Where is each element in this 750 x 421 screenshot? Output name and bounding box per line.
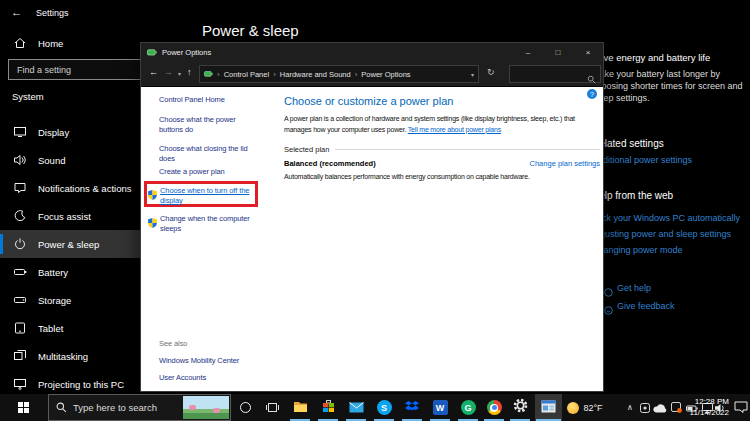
see-also-label: See also — [159, 339, 259, 349]
windows-mobility-center-link[interactable]: Windows Mobility Center — [159, 356, 259, 366]
chrome-icon — [487, 400, 502, 415]
additional-power-settings-link[interactable]: Additional power settings — [592, 155, 748, 165]
task-power-buttons-link[interactable]: Choose what the power buttons do — [159, 115, 259, 134]
dropbox-button[interactable] — [400, 394, 424, 421]
moon-icon — [12, 209, 28, 223]
windows-logo-icon — [18, 402, 29, 413]
get-help-link[interactable]: Get help — [617, 283, 750, 293]
cortana-button[interactable] — [233, 394, 257, 421]
control-panel-home-link[interactable]: Control Panel Home — [159, 95, 259, 105]
help-icon[interactable]: ? — [587, 89, 597, 99]
sidebar-item-label: Power & sleep — [38, 239, 99, 250]
task-turn-off-display-link[interactable]: Choose when to turn off the display — [160, 186, 258, 205]
taskbar-clock[interactable]: 12:28 PM 11/14/2022 — [690, 396, 729, 418]
power-options-window: Power Options – □ × ← → ▾ ↑ › Control Pa… — [140, 42, 604, 392]
help-link-changing-mode[interactable]: Changing power mode — [592, 245, 748, 255]
window-content: ? Control Panel Home Choose what the pow… — [141, 87, 603, 391]
skype-icon: S — [377, 400, 392, 415]
microsoft-store-icon — [322, 399, 335, 417]
multitasking-icon — [12, 349, 28, 363]
breadcrumb-power-options[interactable]: Power Options — [361, 70, 410, 79]
breadcrumb-separator: › — [217, 70, 220, 79]
chevron-up-icon: ∧ — [627, 403, 633, 412]
sidebar-item-label: Storage — [38, 295, 71, 306]
close-button[interactable]: × — [573, 43, 603, 61]
file-explorer-button[interactable] — [288, 394, 312, 421]
navigation-bar: ← → ▾ ↑ › Control Panel › Hardware and S… — [141, 61, 603, 87]
nav-forward-button[interactable]: → — [164, 67, 173, 77]
give-feedback-link[interactable]: Give feedback — [617, 301, 750, 311]
sidebar-item-label: Battery — [38, 267, 68, 278]
selected-plan-section: Selected plan — [284, 145, 600, 154]
sidebar-item-label: Projecting to this PC — [38, 379, 124, 390]
page-heading: Choose or customize a power plan — [284, 95, 453, 107]
task-create-plan-link[interactable]: Create a power plan — [159, 167, 259, 177]
section-divider — [335, 149, 600, 150]
minimize-button[interactable]: – — [513, 43, 543, 61]
settings-page-title: Power & sleep — [202, 22, 299, 39]
uac-shield-icon — [148, 186, 157, 204]
grammarly-icon: G — [461, 400, 476, 415]
battery-icon — [147, 48, 157, 57]
mail-icon — [349, 399, 364, 417]
microsoft-store-button[interactable] — [316, 394, 340, 421]
chrome-button[interactable] — [482, 394, 506, 421]
onedrive-tray-button[interactable] — [652, 394, 668, 421]
control-panel-search-input[interactable] — [509, 65, 601, 83]
settings-back-button[interactable]: ← — [11, 6, 22, 18]
active-power-options-task-button[interactable] — [535, 394, 562, 421]
get-help-icon — [604, 283, 613, 301]
address-dropdown-icon[interactable]: ▾ — [471, 71, 474, 78]
tray-app-icon — [640, 399, 650, 417]
control-panel-window-icon — [541, 399, 556, 417]
word-button[interactable]: W — [428, 394, 452, 421]
maximize-button[interactable]: □ — [543, 43, 573, 61]
grammarly-button[interactable]: G — [456, 394, 480, 421]
search-icon — [56, 402, 67, 413]
energy-section-body: Make your battery last longer by choosin… — [592, 68, 744, 104]
nav-recent-dropdown-icon[interactable]: ▾ — [178, 70, 181, 77]
task-closing-lid-link[interactable]: Choose what closing the lid does — [159, 144, 259, 163]
window-title: Power Options — [162, 48, 211, 57]
address-bar[interactable]: › Control Panel › Hardware and Sound › P… — [199, 65, 479, 83]
weather-widget[interactable]: 82°F — [565, 394, 605, 421]
search-highlight-image[interactable] — [183, 396, 229, 419]
battery-icon — [204, 70, 213, 78]
nav-up-button[interactable]: ↑ — [187, 67, 192, 77]
sidebar-item-label: Focus assist — [38, 211, 91, 222]
sidebar-item-label: Tablet — [38, 323, 63, 334]
breadcrumb-separator: › — [355, 70, 358, 79]
help-link-adjusting-power[interactable]: Adjusting power and sleep settings — [592, 229, 748, 239]
breadcrumb-hardware-sound[interactable]: Hardware and Sound — [280, 70, 351, 79]
start-button[interactable] — [0, 394, 46, 421]
search-icon — [587, 70, 596, 88]
gear-icon — [513, 398, 528, 417]
tray-app-button[interactable] — [638, 394, 652, 421]
task-view-button[interactable] — [260, 394, 284, 421]
user-accounts-link[interactable]: User Accounts — [159, 373, 259, 383]
nav-back-button[interactable]: ← — [149, 67, 158, 77]
settings-search-placeholder: Find a setting — [17, 65, 71, 75]
tray-badge-icon — [671, 399, 682, 417]
skype-button[interactable]: S — [372, 394, 396, 421]
sun-icon — [567, 402, 579, 414]
tray-show-hidden-icons-button[interactable]: ∧ — [622, 394, 638, 421]
settings-gear-button[interactable] — [508, 394, 532, 421]
home-icon — [12, 36, 28, 50]
taskbar-search-input[interactable]: Type here to search — [48, 394, 231, 421]
action-center-button[interactable] — [731, 394, 750, 421]
tray-notification-button[interactable] — [668, 394, 684, 421]
breadcrumb-control-panel[interactable]: Control Panel — [224, 70, 269, 79]
sidebar-item-label: Sound — [38, 155, 65, 166]
task-view-icon — [266, 399, 279, 417]
refresh-button[interactable]: ↻ — [487, 67, 495, 77]
more-about-power-plans-link[interactable]: Tell me more about power plans — [408, 126, 501, 133]
change-plan-settings-link[interactable]: Change plan settings — [530, 159, 600, 168]
projecting-icon — [12, 377, 28, 391]
window-titlebar[interactable]: Power Options – □ × — [141, 43, 603, 61]
desktop-screen: ← Settings Home Find a setting System Di… — [0, 0, 750, 421]
mail-button[interactable] — [344, 394, 368, 421]
selected-plan-label: Selected plan — [284, 145, 329, 154]
help-link-lock-pc[interactable]: Lock your Windows PC automatically — [592, 213, 748, 223]
task-computer-sleeps-link[interactable]: Change when the computer sleeps — [160, 214, 260, 233]
